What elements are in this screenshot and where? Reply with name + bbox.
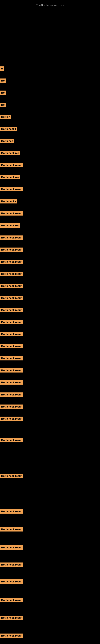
- bottleneck-item-15: Bottleneck result: [0, 236, 23, 240]
- bottleneck-item-27: Bottleneck result: [0, 380, 23, 384]
- bottleneck-label-16: Bottleneck result: [0, 248, 23, 252]
- bottleneck-item-10: Bottleneck res: [0, 175, 20, 179]
- bottleneck-item-16: Bottleneck result: [0, 248, 23, 252]
- bottleneck-label-21: Bottleneck result: [0, 308, 23, 312]
- bottleneck-label-6: Bottleneck r: [0, 127, 17, 131]
- bottleneck-item-24: Bottleneck result: [0, 344, 23, 348]
- bottleneck-label-30: Bottleneck result: [0, 416, 23, 421]
- bottleneck-item-13: Bottleneck result: [0, 211, 23, 216]
- bottleneck-label-37: Bottleneck result: [0, 580, 23, 584]
- bottleneck-item-5: Bottlen: [0, 115, 11, 119]
- bottleneck-label-11: Bottleneck resul: [0, 187, 23, 192]
- bottleneck-label-9: Bottleneck result: [0, 163, 23, 167]
- bottleneck-item-11: Bottleneck resul: [0, 187, 23, 192]
- bottleneck-label-24: Bottleneck result: [0, 344, 23, 348]
- bottleneck-item-33: Bottleneck result: [0, 509, 23, 514]
- bottleneck-label-32: Bottleneck result: [0, 474, 23, 478]
- bottleneck-item-32: Bottleneck result: [0, 474, 23, 478]
- bottleneck-item-12: Bottleneck r: [0, 199, 17, 204]
- bottleneck-item-34: Bottleneck result: [0, 527, 23, 532]
- bottleneck-item-23: Bottleneck result: [0, 332, 23, 336]
- bottleneck-item-6: Bottleneck r: [0, 127, 17, 131]
- bottleneck-item-7: Bottlenec: [0, 139, 14, 143]
- bottleneck-item-17: Bottleneck result: [0, 260, 23, 264]
- bottleneck-item-9: Bottleneck result: [0, 163, 23, 167]
- bottleneck-label-34: Bottleneck result: [0, 527, 23, 532]
- bottleneck-item-20: Bottleneck result: [0, 296, 23, 300]
- bottleneck-label-8: Bottleneck res: [0, 151, 20, 155]
- bottleneck-item-37: Bottleneck result: [0, 580, 23, 584]
- bottleneck-item-40: Bottleneck result: [0, 634, 23, 638]
- bottleneck-label-39: Bottleneck result: [0, 616, 23, 620]
- bottleneck-label-10: Bottleneck res: [0, 175, 20, 179]
- bottleneck-label-14: Bottleneck res: [0, 224, 20, 228]
- bottleneck-label-35: Bottleneck result: [0, 546, 23, 550]
- bottleneck-label-13: Bottleneck result: [0, 211, 23, 216]
- bottleneck-label-26: Bottleneck result: [0, 368, 23, 372]
- bottleneck-item-36: Bottleneck result: [0, 562, 23, 567]
- bottleneck-label-22: Bottleneck result: [0, 320, 23, 324]
- bottleneck-label-20: Bottleneck result: [0, 296, 23, 300]
- bottleneck-item-19: Bottleneck result: [0, 284, 23, 288]
- bottleneck-label-40: Bottleneck result: [0, 634, 23, 638]
- bottleneck-item-25: Bottleneck result: [0, 356, 23, 360]
- bottleneck-item-39: Bottleneck result: [0, 616, 23, 620]
- bottleneck-label-1: B: [0, 66, 4, 71]
- bottleneck-item-4: Bo: [0, 103, 6, 107]
- bottleneck-label-31: Bottleneck result: [0, 438, 23, 442]
- bottleneck-label-29: Bottleneck result: [0, 404, 23, 409]
- bottleneck-label-18: Bottleneck result: [0, 272, 23, 276]
- bottleneck-item-3: Bo: [0, 90, 6, 95]
- main-container: TheBottlenecker.com BBoBoBoBottlenBottle…: [0, 0, 100, 644]
- bottleneck-item-29: Bottleneck result: [0, 404, 23, 409]
- bottleneck-label-2: Bo: [0, 78, 6, 83]
- bottleneck-item-18: Bottleneck result: [0, 272, 23, 276]
- bottleneck-label-28: Bottleneck result: [0, 392, 23, 397]
- bottleneck-label-17: Bottleneck result: [0, 260, 23, 264]
- bottleneck-label-12: Bottleneck r: [0, 199, 17, 204]
- bottleneck-label-5: Bottlen: [0, 115, 11, 119]
- bottleneck-label-7: Bottlenec: [0, 139, 14, 143]
- bottleneck-item-26: Bottleneck result: [0, 368, 23, 372]
- bottleneck-label-33: Bottleneck result: [0, 509, 23, 514]
- bottleneck-item-30: Bottleneck result: [0, 416, 23, 421]
- bottleneck-label-38: Bottleneck result: [0, 598, 23, 602]
- bottleneck-label-27: Bottleneck result: [0, 380, 23, 384]
- bottleneck-item-22: Bottleneck result: [0, 320, 23, 324]
- bottleneck-item-8: Bottleneck res: [0, 151, 20, 155]
- site-title: TheBottlenecker.com: [0, 2, 100, 8]
- bottleneck-label-19: Bottleneck result: [0, 284, 23, 288]
- bottleneck-item-31: Bottleneck result: [0, 438, 23, 442]
- bottleneck-label-4: Bo: [0, 103, 6, 107]
- bottleneck-item-35: Bottleneck result: [0, 546, 23, 550]
- bottleneck-label-36: Bottleneck result: [0, 562, 23, 567]
- bottleneck-item-2: Bo: [0, 78, 6, 83]
- bottleneck-item-28: Bottleneck result: [0, 392, 23, 397]
- bottleneck-label-15: Bottleneck result: [0, 236, 23, 240]
- bottleneck-item-38: Bottleneck result: [0, 598, 23, 602]
- bottleneck-label-3: Bo: [0, 90, 6, 95]
- bottleneck-item-14: Bottleneck res: [0, 224, 20, 228]
- bottleneck-label-25: Bottleneck result: [0, 356, 23, 360]
- bottleneck-label-23: Bottleneck result: [0, 332, 23, 336]
- bottleneck-item-21: Bottleneck result: [0, 308, 23, 312]
- bottleneck-item-1: B: [0, 66, 4, 71]
